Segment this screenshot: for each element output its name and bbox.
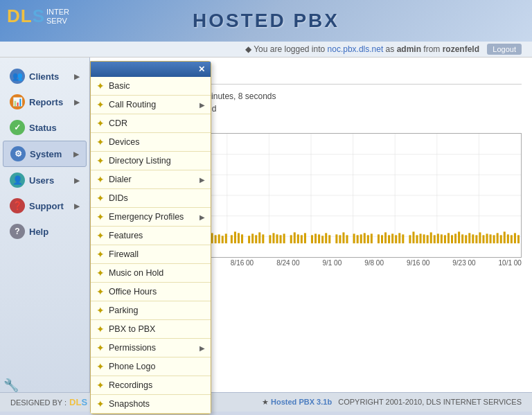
logo-dls: DLS [7, 6, 45, 27]
svg-rect-84 [420, 233, 422, 243]
dropdown-item-directory[interactable]: ✦ Directory Listing [91, 152, 211, 170]
x-label-6: 9/8 00 [364, 259, 384, 267]
dropdown-label-devices: Devices [109, 137, 139, 147]
sidebar-item-clients[interactable]: 👥 Clients ▶ [3, 64, 87, 89]
star-icon-dids: ✦ [96, 193, 105, 204]
svg-rect-95 [458, 231, 460, 243]
star-icon-parking: ✦ [96, 305, 105, 316]
svg-rect-73 [378, 234, 380, 243]
star-icon-snapshots: ✦ [96, 398, 105, 409]
svg-rect-72 [371, 233, 373, 243]
footer-dls: DLS [69, 397, 87, 407]
dropdown-item-phonelogo[interactable]: ✦ Phone Logo [91, 357, 211, 376]
dropdown-item-pbxtopbx[interactable]: ✦ PBX to PBX [91, 320, 211, 339]
svg-rect-96 [461, 234, 463, 243]
svg-rect-102 [482, 235, 484, 243]
svg-rect-71 [367, 235, 369, 243]
svg-rect-90 [441, 234, 443, 243]
dropdown-item-callrouting[interactable]: ✦ Call Routing ▶ [91, 96, 211, 114]
svg-rect-42 [248, 236, 250, 243]
domain: rozenfeld [443, 44, 479, 54]
product-link[interactable]: Hosted PBX 3.1b [271, 398, 332, 406]
dropdown-header: ✕ [91, 62, 211, 77]
dropdown-label-callrouting: Call Routing [109, 100, 156, 109]
svg-rect-36 [222, 236, 224, 243]
svg-rect-37 [225, 233, 227, 243]
svg-rect-55 [301, 235, 303, 243]
clients-arrow: ▶ [74, 73, 80, 80]
footer-right: ★ Hosted PBX 3.1b COPYRIGHT 2001-2010, D… [262, 398, 522, 407]
dropdown-label-dialer: Dialer [109, 175, 132, 184]
svg-rect-75 [384, 232, 387, 243]
dropdown-close[interactable]: ✕ [198, 64, 205, 74]
svg-rect-94 [454, 233, 456, 243]
star-icon-emergency: ✦ [96, 211, 105, 222]
star-icon-basic: ✦ [96, 80, 105, 91]
dropdown-label-recordings: Recordings [109, 380, 152, 390]
x-label-8: 9/23 00 [452, 259, 475, 267]
dropdown-item-recordings[interactable]: ✦ Recordings [91, 376, 211, 395]
svg-rect-35 [218, 234, 220, 243]
dropdown-label-directory: Directory Listing [109, 156, 171, 166]
star-icon-music: ✦ [96, 267, 105, 279]
star-icon-pbxtopbx: ✦ [96, 324, 105, 335]
star-icon-permissions: ✦ [96, 342, 105, 353]
footer-copyright: COPYRIGHT 2001-2010, DLS INTERNET SERVIC… [338, 398, 522, 406]
footer: DESIGNED BY : DLS SOFTSTL ★ Hosted PBX 3… [0, 392, 532, 412]
svg-rect-41 [241, 234, 243, 243]
star-icon-callrouting: ✦ [96, 99, 105, 110]
svg-rect-89 [437, 233, 439, 243]
sidebar-item-support[interactable]: ❓ Support ▶ [3, 193, 87, 218]
dropdown-item-permissions[interactable]: ✦ Permissions ▶ [91, 339, 211, 357]
dropdown-item-devices[interactable]: ✦ Devices [91, 133, 211, 152]
server-link[interactable]: noc.pbx.dls.net [328, 44, 384, 54]
sidebar-label-reports: Reports [29, 97, 63, 107]
svg-rect-60 [321, 236, 323, 243]
dropdown-label-music: Music on Hold [109, 268, 163, 278]
svg-rect-66 [346, 235, 348, 243]
dropdown-label-pbxtopbx: PBX to PBX [109, 324, 155, 334]
sidebar-item-help[interactable]: ? Help [3, 219, 87, 244]
svg-rect-54 [297, 234, 299, 243]
logout-button[interactable]: Logout [487, 44, 522, 55]
svg-rect-88 [434, 235, 436, 243]
svg-rect-34 [215, 235, 217, 243]
svg-rect-83 [416, 235, 418, 243]
dialer-arrow: ▶ [200, 176, 205, 184]
sidebar-item-system[interactable]: ⚙ System ▶ [3, 141, 87, 167]
permissions-arrow: ▶ [200, 344, 205, 352]
status-icon: ✓ [10, 120, 25, 135]
dropdown-item-music[interactable]: ✦ Music on Hold [91, 264, 211, 283]
svg-rect-77 [391, 233, 393, 243]
dropdown-item-parking[interactable]: ✦ Parking [91, 301, 211, 320]
dropdown-item-dialer[interactable]: ✦ Dialer ▶ [91, 170, 211, 189]
svg-rect-81 [409, 235, 411, 243]
dropdown-item-snapshots[interactable]: ✦ Snapshots [91, 395, 211, 414]
page-title: HOSTED PBX [193, 10, 339, 32]
sidebar-label-status: Status [29, 123, 57, 133]
dropdown-item-dids[interactable]: ✦ DIDs [91, 189, 211, 208]
reports-arrow: ▶ [74, 98, 80, 106]
bottom-tool-icon[interactable]: 🔧 [3, 378, 19, 393]
svg-rect-80 [402, 234, 404, 243]
sidebar-item-users[interactable]: 👤 Users ▶ [3, 168, 87, 193]
svg-rect-46 [262, 234, 264, 243]
star-icon-recordings: ✦ [96, 380, 105, 391]
svg-rect-62 [328, 235, 330, 243]
svg-rect-70 [364, 233, 366, 243]
svg-rect-82 [412, 231, 414, 243]
dropdown-label-phonelogo: Phone Logo [109, 362, 155, 371]
sidebar-item-reports[interactable]: 📊 Reports ▶ [3, 89, 87, 114]
dropdown-item-emergency[interactable]: ✦ Emergency Profiles ▶ [91, 208, 211, 227]
sidebar-label-support: Support [29, 201, 64, 211]
dropdown-item-basic[interactable]: ✦ Basic [91, 77, 211, 96]
clients-icon: 👥 [10, 69, 25, 84]
dropdown-item-firewall[interactable]: ✦ Firewall [91, 245, 211, 264]
sidebar-item-status[interactable]: ✓ Status [3, 115, 87, 140]
svg-rect-101 [479, 232, 481, 243]
svg-rect-78 [395, 235, 397, 243]
svg-rect-112 [517, 235, 520, 243]
dropdown-item-cdr[interactable]: ✦ CDR [91, 114, 211, 133]
dropdown-item-features[interactable]: ✦ Features [91, 227, 211, 245]
dropdown-item-officehours[interactable]: ✦ Office Hours [91, 283, 211, 301]
